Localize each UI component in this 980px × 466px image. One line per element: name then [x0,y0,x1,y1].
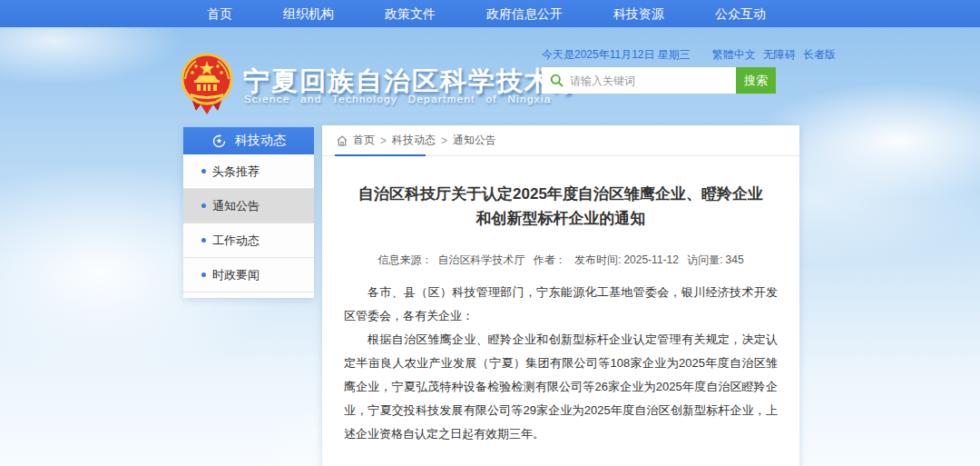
sidebar-header: 科技动态 [183,127,314,154]
national-emblem-logo [178,51,236,120]
article-paragraph: 根据自治区雏鹰企业、瞪羚企业和创新型标杆企业认定管理有关规定，决定认定半亩良人农… [344,328,778,446]
link-accessibility[interactable]: 无障碍 [763,47,796,63]
breadcrumb-notices[interactable]: 通知公告 [453,133,496,148]
article-meta: 信息来源：自治区科学技术厅 作者： 发布时间:2025-11-12 访问量:34… [322,253,799,268]
sidebar-item-work-updates[interactable]: 工作动态 [183,223,314,258]
nav-item-gov-info[interactable]: 政府信息公开 [461,0,588,27]
meta-visits-count: 345 [726,253,744,266]
bullet-dot-icon [201,238,206,243]
bullet-dot-icon [201,273,206,277]
search-input[interactable] [570,74,736,87]
article-paragraph: 各市、县（区）科技管理部门，宁东能源化工基地管委会，银川经济技术开发区管委会，各… [344,281,778,328]
main-content-panel: 首页 > 科技动态 > 通知公告 自治区科技厅关于认定2025年度自治区雏鹰企业… [322,125,799,466]
nav-item-interaction[interactable]: 公众互动 [690,0,791,27]
page: 首页 组织机构 政策文件 政府信息公开 科技资源 公众互动 [0,0,980,466]
bullet-dot-icon [201,169,206,174]
sidebar-title: 科技动态 [235,133,286,149]
breadcrumb: 首页 > 科技动态 > 通知公告 [322,125,799,156]
article-title-line1: 自治区科技厅关于认定2025年度自治区雏鹰企业、瞪羚企业 [322,182,799,206]
bullet-dot-icon [201,203,206,208]
sidebar-item-headlines[interactable]: 头条推荐 [183,154,314,189]
nav-item-organization[interactable]: 组织机构 [258,0,359,27]
breadcrumb-active-underline [335,154,426,156]
sidebar-item-label: 工作动态 [212,233,260,247]
article-body: 各市、县（区）科技管理部门，宁东能源化工基地管委会，银川经济技术开发区管委会，各… [344,281,778,446]
top-nav: 首页 组织机构 政策文件 政府信息公开 科技资源 公众互动 [0,0,980,27]
nav-item-policy[interactable]: 政策文件 [359,0,461,27]
link-elderly-version[interactable]: 长者版 [803,47,836,63]
meta-author-label: 作者： [534,253,566,266]
today-date-text: 今天是2025年11月12日 星期三 [542,47,691,63]
breadcrumb-separator: > [380,134,387,147]
home-icon [336,134,348,147]
search-input-wrap [542,67,736,94]
star-refresh-icon [211,134,227,149]
search-button[interactable]: 搜索 [736,67,776,94]
nav-item-resources[interactable]: 科技资源 [588,0,690,27]
sidebar-item-current-politics[interactable]: 时政要闻 [183,258,314,292]
article-title-line2: 和创新型标杆企业的通知 [322,206,799,231]
header-utility-row: 今天是2025年11月12日 星期三 繁體中文 无障碍 长者版 [542,47,791,63]
sidebar-item-label: 头条推荐 [212,164,260,178]
sidebar-item-label: 时政要闻 [212,268,260,282]
breadcrumb-home[interactable]: 首页 [353,133,375,148]
meta-source-label: 信息来源： [377,253,432,266]
search-bar: 搜索 [542,67,776,94]
meta-publish-label: 发布时间: [574,253,621,266]
nav-item-home[interactable]: 首页 [181,0,258,27]
breadcrumb-separator: > [441,134,447,147]
site-subtitle: Science and Technology Department of Nin… [244,94,552,104]
sidebar-item-label: 通知公告 [212,199,260,213]
sidebar: 科技动态 头条推荐 通知公告 工作动态 时政要闻 [183,127,314,298]
breadcrumb-tech-news[interactable]: 科技动态 [392,133,436,148]
meta-publish-date: 2025-11-12 [623,253,679,266]
meta-visits-label: 访问量: [687,253,722,266]
sidebar-item-notices[interactable]: 通知公告 [183,189,314,223]
link-traditional-chinese[interactable]: 繁體中文 [712,47,756,63]
search-icon [550,74,564,87]
meta-source: 自治区科学技术厅 [437,253,524,266]
article-title: 自治区科技厅关于认定2025年度自治区雏鹰企业、瞪羚企业 和创新型标杆企业的通知 [322,182,799,231]
